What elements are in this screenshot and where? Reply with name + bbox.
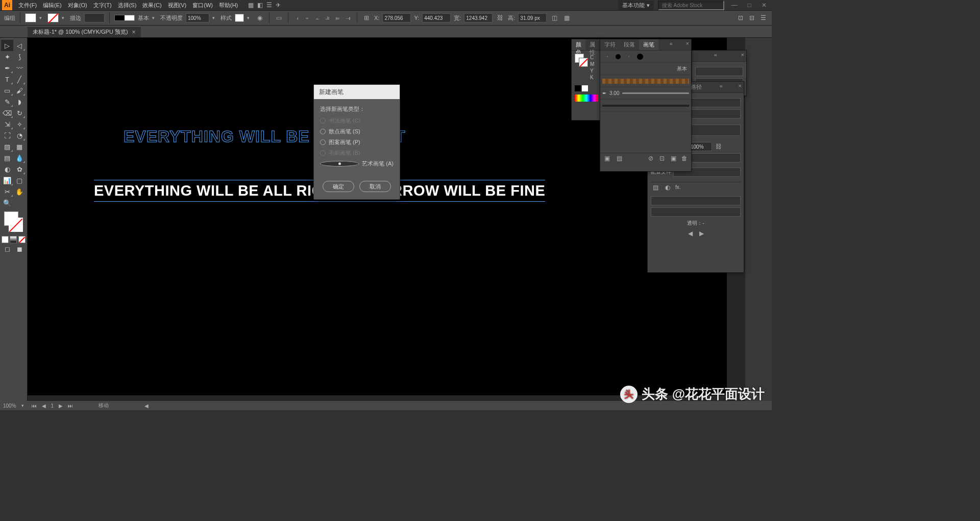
align-top-icon[interactable]: ⫡ [324, 14, 332, 22]
gradient-tool[interactable]: ▤ [1, 152, 13, 163]
shape-props-icon[interactable]: ◫ [550, 13, 559, 22]
menu-help[interactable]: 帮助(H) [216, 1, 241, 10]
panel-menu-icon[interactable]: ☰ [758, 13, 768, 22]
brush-delete-icon[interactable]: 🗑 [680, 154, 689, 163]
scale-tool[interactable]: ⇲ [1, 119, 13, 130]
recolor-icon[interactable]: ◉ [255, 13, 264, 22]
dialog-title[interactable]: 新建画笔 [314, 85, 400, 99]
nav-first-icon[interactable]: ⏮ [32, 403, 37, 409]
color-mode-icon[interactable] [2, 236, 9, 243]
brush-menu-icon[interactable]: ▤ [615, 154, 624, 163]
tab-paragraph[interactable]: 段落 [620, 39, 639, 50]
color-panel[interactable]: 颜色 属性 ≡ C M Y K [571, 39, 602, 121]
ok-button[interactable]: 确定 [323, 181, 354, 192]
hand-tool[interactable]: ✋ [13, 186, 26, 197]
brush-new-icon[interactable]: ▣ [669, 154, 678, 163]
panel-close-icon[interactable]: × [737, 82, 744, 92]
style-swatch[interactable] [235, 14, 244, 22]
align-hcenter-icon[interactable]: ⫟ [303, 14, 311, 22]
link-scale-icon[interactable]: ⛓ [714, 142, 723, 151]
appearance-icon[interactable]: ◐ [663, 183, 672, 192]
blob-tool[interactable]: ◗ [13, 96, 26, 107]
cancel-button[interactable]: 取消 [359, 181, 391, 192]
rotate-tool[interactable]: ↻ [13, 107, 26, 119]
paintbrush-tool[interactable]: 🖌 [13, 85, 26, 96]
mesh-tool[interactable]: ▦ [13, 141, 26, 152]
tab-brushes[interactable]: 画笔 [639, 39, 658, 50]
brush-item-art[interactable]: ✒3.00 [600, 87, 691, 100]
eraser-tool[interactable]: ⌫ [1, 107, 13, 119]
opacity-input[interactable] [186, 13, 209, 22]
layout-icon-1[interactable]: ⊡ [736, 13, 745, 22]
h-input[interactable] [518, 13, 547, 22]
mini-select[interactable] [695, 67, 743, 76]
pencil-tool[interactable]: ✎ [1, 96, 13, 107]
menu-edit[interactable]: 编辑(E) [40, 1, 65, 10]
width-tool[interactable]: ⟡ [13, 119, 26, 130]
align-left-icon[interactable]: ⫞ [293, 14, 301, 22]
stroke-color-icon[interactable] [9, 218, 23, 232]
line-tool[interactable]: ╱ [13, 74, 26, 85]
selection-tool[interactable]: ▷ [1, 40, 13, 51]
nav-prev-icon[interactable]: ◀ [685, 229, 695, 238]
eyedropper-tool[interactable]: 💧 [13, 152, 26, 163]
brush-preview[interactable] [114, 15, 135, 21]
curvature-tool[interactable]: 〰 [13, 62, 26, 74]
workspace-switcher[interactable]: 基本功能▾ [618, 1, 654, 10]
pen-tool[interactable]: ✒ [1, 62, 13, 74]
document-tab[interactable]: 未标题-1* @ 100% (CMYK/GPU 预览) × [28, 26, 141, 37]
perspective-tool[interactable]: ▨ [1, 141, 13, 152]
brush-item-pattern[interactable] [600, 75, 691, 87]
panel-close-icon[interactable]: × [684, 39, 691, 50]
blend-tool[interactable]: ◐ [1, 163, 13, 175]
menu-type[interactable]: 文字(T) [90, 1, 115, 10]
tab-color[interactable]: 颜色 [572, 39, 585, 50]
gradient-mode-icon[interactable] [10, 236, 17, 243]
stroke-weight-input[interactable] [84, 13, 105, 22]
brush-options-icon[interactable]: ⊡ [657, 154, 667, 163]
nav-last-icon[interactable]: ⏭ [68, 403, 73, 409]
nav-next-icon[interactable]: ▶ [697, 229, 706, 238]
window-maximize[interactable]: □ [745, 1, 754, 10]
opacity-row[interactable] [651, 196, 741, 205]
brush-panel[interactable]: 字符 段落 画笔 « × · · 基本 ✒3.00 ▣ ▤ ⊘ [600, 39, 692, 172]
bridge-icon[interactable]: ▦ [246, 1, 255, 10]
brush-library-icon[interactable]: ▣ [602, 154, 611, 163]
stroke-swatch[interactable] [47, 13, 59, 22]
radio-scatter[interactable]: 散点画笔 (S) [320, 128, 394, 135]
nav-next-icon[interactable]: ▶ [59, 403, 63, 409]
menu-object[interactable]: 对象(O) [65, 1, 90, 10]
search-stock-input[interactable] [658, 1, 724, 10]
brush-item[interactable]: · · [600, 51, 691, 63]
y-input[interactable] [422, 13, 451, 22]
radio-pattern[interactable]: 图案画笔 (P) [320, 138, 394, 146]
magic-wand-tool[interactable]: ✦ [1, 51, 13, 62]
menu-view[interactable]: 视图(V) [165, 1, 190, 10]
layers-icon[interactable]: ▤ [651, 183, 660, 192]
menu-select[interactable]: 选择(S) [115, 1, 140, 10]
direct-select-tool[interactable]: ◁ [13, 40, 26, 51]
lasso-tool[interactable]: ⟆ [13, 51, 26, 62]
panel-dock-strip[interactable] [745, 38, 772, 401]
brush-item-basic[interactable]: 基本 [600, 63, 691, 75]
screen-normal-icon[interactable]: ◻ [4, 245, 11, 252]
graph-tool[interactable]: 📊 [1, 175, 13, 186]
none-mode-icon[interactable] [18, 236, 26, 243]
panel-collapse-icon[interactable]: « [718, 82, 725, 92]
align-bottom-icon[interactable]: ⫣ [344, 14, 352, 22]
nav-prev-icon[interactable]: ◀ [42, 403, 46, 409]
shape-builder-tool[interactable]: ◔ [13, 130, 26, 141]
layout-icon-2[interactable]: ⊟ [747, 13, 756, 22]
close-tab-icon[interactable]: × [132, 29, 136, 36]
menu-file[interactable]: 文件(F) [15, 1, 40, 10]
fill-swatch[interactable] [25, 13, 36, 22]
symbol-tool[interactable]: ✿ [13, 163, 26, 175]
stock-icon[interactable]: ◧ [255, 1, 264, 10]
panel-close-icon[interactable]: × [739, 51, 746, 61]
zoom-value[interactable]: 100% [3, 403, 16, 409]
spectrum-picker[interactable] [575, 94, 598, 102]
panel-collapse-icon[interactable]: « [712, 51, 719, 61]
link-wh-icon[interactable]: ⛓ [496, 13, 505, 22]
isolate-icon[interactable]: ▦ [562, 13, 571, 22]
arrange-icon[interactable]: ☰ [264, 1, 274, 10]
